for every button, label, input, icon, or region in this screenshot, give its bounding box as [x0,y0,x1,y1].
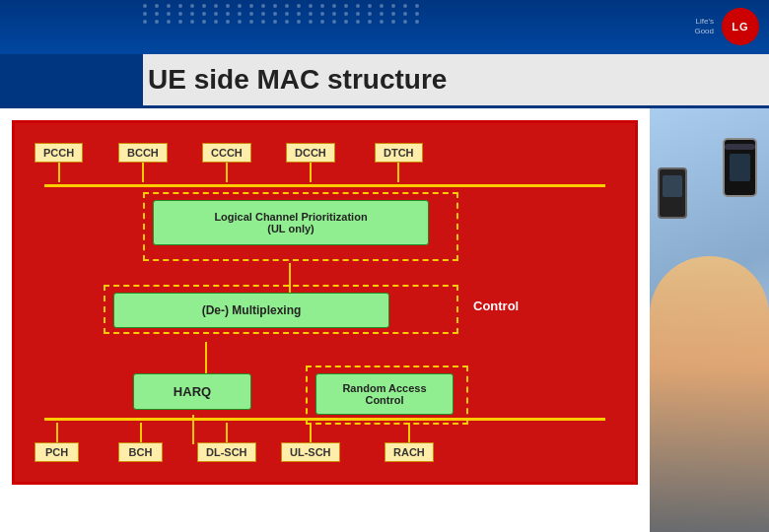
dcch-label: DCCH [286,143,335,163]
dtch-line [397,163,399,182]
top-h-line [44,184,605,187]
lg-logo-circle: LG [722,8,759,45]
phone-shape-2 [658,167,687,219]
channel-dtch: DTCH [375,143,423,182]
rach-label: RACH [384,442,434,462]
pcch-line [58,163,60,182]
ulsch-label: UL-SCH [281,442,340,462]
lg-tagline: Life'sGood [694,17,714,35]
bch-line-v [140,423,142,442]
channel-rach: RACH [384,423,434,462]
pcch-label: PCCH [35,143,83,163]
bcch-label: BCCH [118,143,168,163]
channel-dlsch: DL-SCH [197,423,256,462]
lcp-dashed [143,192,458,261]
channel-dcch: DCCH [286,143,335,182]
channel-bch: BCH [118,423,163,462]
dlsch-line-v [226,423,228,442]
channel-bcch: BCCH [118,143,168,182]
phone-shape-1 [723,138,757,197]
diagram-area: PCCH BCCH CCCH DCCH [0,108,650,532]
mac-structure-box: PCCH BCCH CCCH DCCH [12,120,638,485]
pch-line-v [56,423,58,442]
dtch-label: DTCH [375,143,423,163]
photo-area [650,108,769,532]
title-bar: UE side MAC structure [0,54,769,108]
channel-pcch: PCCH [35,143,83,182]
ccch-label: CCCH [202,143,251,163]
demux-harq-line [205,342,207,373]
person-shape [650,256,769,532]
harq-bottom-line [192,415,194,444]
dlsch-label: DL-SCH [197,442,256,462]
pch-label: PCH [35,442,79,462]
control-label: Control [473,299,519,313]
title-accent-bar [0,54,143,105]
channel-ulsch: UL-SCH [281,423,340,462]
demux-dashed [104,285,458,334]
photo-placeholder [650,108,769,532]
header-decoration [143,4,690,24]
bottom-h-line [44,418,605,421]
channel-ccch: CCCH [202,143,251,182]
channel-pch: PCH [35,423,79,462]
random-access-dashed [306,366,468,425]
main-content: PCCH BCCH CCCH DCCH [0,108,769,532]
harq-box: HARQ [133,373,251,410]
dcch-line [310,163,312,182]
header: Life'sGood LG [0,0,769,54]
page-title: UE side MAC structure [148,64,749,96]
ulsch-line-v [310,423,312,442]
rach-line-v [408,423,410,442]
bch-label: BCH [118,442,163,462]
bcch-line [142,163,144,182]
ccch-line [226,163,228,182]
